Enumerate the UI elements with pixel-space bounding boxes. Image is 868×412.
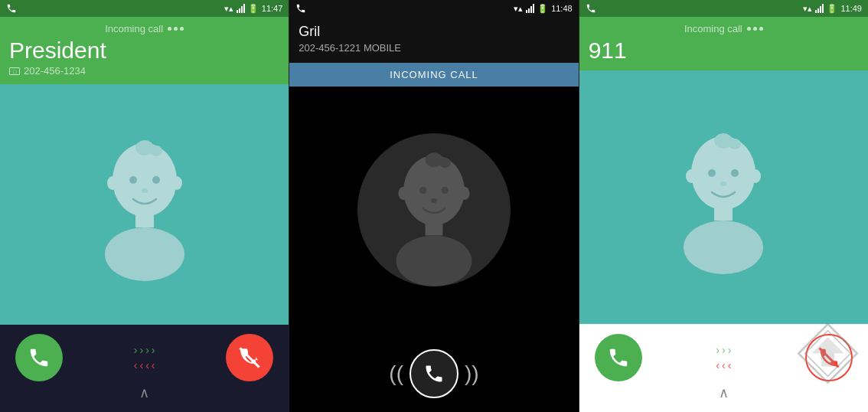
phone-status-icon-2 <box>295 3 306 14</box>
status-bar-1: ▾▴ 🔋 11:47 <box>0 0 289 17</box>
svg-point-15 <box>441 186 449 194</box>
incoming-banner-2: INCOMING CALL <box>289 63 578 87</box>
ring-arc-left-2: ( <box>389 363 396 384</box>
svg-point-13 <box>439 157 451 167</box>
time-2: 11:48 <box>551 4 573 13</box>
svg-point-9 <box>171 176 182 190</box>
arrow-row-left-1: ‹ ‹ ‹ ‹ <box>134 359 155 371</box>
call-buttons-3: › › › ‹ ‹ ‹ <box>579 334 868 381</box>
arrow-r4: › <box>152 344 155 356</box>
dot-3 <box>180 27 184 31</box>
arrow-l3-1: ‹ <box>716 359 720 371</box>
svg-point-16 <box>431 198 437 203</box>
arrow-r3-1: › <box>716 344 720 356</box>
bottom-bar-2: ( ( ) ) <box>289 332 578 412</box>
svg-point-28 <box>684 221 763 274</box>
ring-arc-right-2: ) <box>465 363 472 384</box>
swipe-hint-1: ∧ <box>139 381 149 406</box>
caller-name-2: Gril <box>299 25 569 40</box>
svg-point-18 <box>396 235 472 286</box>
arrow-row-right-3: › › › <box>716 344 731 356</box>
svg-point-23 <box>729 139 741 149</box>
svg-point-29 <box>686 169 697 183</box>
decline-button-1[interactable] <box>226 334 273 381</box>
signal-bars-2 <box>526 4 534 13</box>
swipe-arrow-3: ∧ <box>719 384 729 401</box>
avatar-person-1 <box>83 128 206 281</box>
signal-bars-1 <box>237 4 245 13</box>
panel-incoming-call-3: ▾▴ 🔋 11:49 Incoming call 911 <box>579 0 868 412</box>
arrow-r2: › <box>139 344 143 356</box>
arrow-l3: ‹ <box>145 359 149 371</box>
arrow-r3-3: › <box>728 344 732 356</box>
svg-point-20 <box>459 186 469 199</box>
dot-2 <box>174 27 178 31</box>
avatar-person-3 <box>662 121 785 274</box>
svg-point-26 <box>720 181 726 186</box>
arrow-l1: ‹ <box>134 359 138 371</box>
dot-3b <box>753 27 757 31</box>
ring-button-2[interactable] <box>410 349 458 398</box>
battery-icon-3: 🔋 <box>827 4 837 14</box>
decline-phone-icon-1 <box>238 346 261 369</box>
svg-rect-27 <box>714 207 733 221</box>
incoming-dots-1 <box>168 27 184 31</box>
status-right-1: ▾▴ 🔋 11:47 <box>224 4 283 14</box>
battery-icon-2: 🔋 <box>537 4 548 14</box>
accept-button-3[interactable] <box>595 334 642 381</box>
ring-arc-left2-2: ( <box>396 363 403 384</box>
arrow-r1: › <box>134 344 138 356</box>
decline-phone-icon-3 <box>817 346 840 369</box>
status-right-3: ▾▴ 🔋 11:49 <box>803 4 862 14</box>
svg-point-7 <box>105 227 184 281</box>
panel-incoming-call-2: ▾▴ 🔋 11:48 Gril 202-456-1221 MOBILE INCO… <box>289 0 578 412</box>
status-left-2 <box>295 3 306 14</box>
arrows-middle-1: › › › › ‹ ‹ ‹ ‹ <box>63 344 226 371</box>
caller-name-3: 911 <box>589 38 859 63</box>
svg-point-5 <box>142 188 148 193</box>
sim-icon-1: □ <box>9 67 20 75</box>
header-bar-1: Incoming call President □ 202-456-1234 <box>0 17 289 84</box>
status-bar-3: ▾▴ 🔋 11:49 <box>579 0 868 17</box>
bottom-bar-3: › › › ‹ ‹ ‹ ∧ <box>579 324 868 412</box>
svg-point-24 <box>708 169 716 177</box>
wifi-icon-3: ▾▴ <box>803 4 812 14</box>
avatar-area-3 <box>579 70 868 324</box>
incoming-label-3: Incoming call <box>589 23 859 34</box>
wifi-icon-2: ▾▴ <box>514 4 523 14</box>
decline-button-3[interactable] <box>805 334 853 381</box>
caller-number-2: 202-456-1221 MOBILE <box>299 42 569 54</box>
svg-point-8 <box>107 176 118 190</box>
caller-number-1: □ 202-456-1234 <box>9 65 279 77</box>
bottom-bar-1: › › › › ‹ ‹ ‹ ‹ ∧ <box>0 325 289 412</box>
status-left-1 <box>6 3 17 14</box>
status-right-2: ▾▴ 🔋 11:48 <box>514 4 573 14</box>
svg-point-30 <box>750 169 761 183</box>
arrow-l2: ‹ <box>139 359 143 371</box>
ring-phone-icon-2 <box>423 363 445 384</box>
time-3: 11:49 <box>840 4 862 13</box>
arrow-r3: › <box>145 344 149 356</box>
call-buttons-1: › › › › ‹ ‹ ‹ ‹ <box>0 334 289 381</box>
ring-button-wrap-2: ( ( ) ) <box>389 342 478 406</box>
svg-line-10 <box>240 348 259 368</box>
svg-rect-6 <box>135 214 154 227</box>
svg-point-4 <box>152 176 160 184</box>
dot-3a <box>747 27 751 31</box>
status-left-3 <box>586 3 596 14</box>
arrow-r3-2: › <box>722 344 726 356</box>
phone-status-icon-3 <box>586 3 596 14</box>
incoming-dots-3 <box>747 27 763 31</box>
arrows-middle-3: › › › ‹ ‹ ‹ <box>642 344 805 371</box>
arrow-l4: ‹ <box>152 359 155 371</box>
accept-button-1[interactable] <box>15 334 63 381</box>
caller-name-1: President <box>9 38 279 63</box>
header-bar-2: Gril 202-456-1221 MOBILE <box>289 17 578 63</box>
arrow-l3-2: ‹ <box>722 359 726 371</box>
battery-icon-1: 🔋 <box>248 4 259 14</box>
svg-point-14 <box>419 186 427 194</box>
swipe-arrow-1: ∧ <box>139 384 149 401</box>
arrow-row-right-1: › › › › <box>134 344 155 356</box>
arrow-l3-3: ‹ <box>728 359 732 371</box>
header-bar-3: Incoming call 911 <box>579 17 868 70</box>
